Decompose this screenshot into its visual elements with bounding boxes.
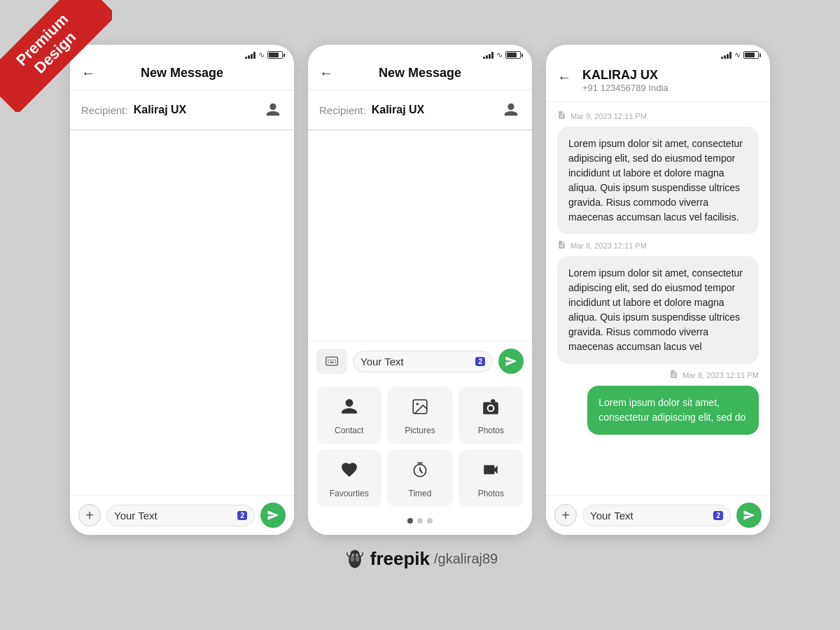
contact-icon-2[interactable]	[501, 100, 521, 120]
svg-point-9	[416, 403, 419, 405]
status-icons-3: ∿	[721, 50, 759, 59]
bar2	[724, 55, 726, 59]
footer-sub: /gkaliraj89	[434, 551, 498, 567]
svg-rect-2	[330, 360, 332, 361]
svg-point-15	[356, 554, 358, 556]
timed-attach-label: Timed	[409, 489, 432, 498]
attachment-pictures[interactable]: Pictures	[387, 386, 452, 444]
svg-rect-7	[335, 362, 336, 363]
back-button-2[interactable]: ←	[319, 65, 333, 81]
dot-1	[407, 518, 413, 524]
pictures-attach-icon	[411, 398, 429, 420]
svg-point-14	[351, 554, 354, 556]
wifi-icon-2: ∿	[496, 50, 503, 59]
bar1	[245, 57, 247, 59]
status-icons-2: ∿	[483, 50, 521, 59]
recipient-name-2: Kaliraj UX	[372, 104, 496, 116]
plus-button-1[interactable]: +	[78, 504, 101, 526]
back-button-3[interactable]: ←	[557, 69, 571, 85]
attachment-photos[interactable]: Photos	[458, 386, 524, 444]
phone2-recipient-row: Recipient: Kaliraj UX	[308, 90, 532, 130]
wifi-icon: ∿	[258, 50, 265, 59]
phone3-title: KALIRAJ UX	[582, 68, 759, 83]
phones-container: ∿ ← New Message Recipient: Kaliraj UX +	[70, 45, 770, 535]
timed-attach-icon	[411, 461, 429, 483]
heart-attach-icon	[340, 461, 358, 483]
contact-icon-1[interactable]	[263, 100, 283, 120]
phone2-input-row: Your Text 2	[308, 341, 532, 381]
phone2-title: New Message	[339, 66, 501, 80]
battery-icon-2	[505, 51, 521, 59]
attachment-grid: Contact Pictures Photos	[316, 386, 524, 507]
attachment-favourties[interactable]: Favourties	[316, 449, 382, 507]
phone3-header: ← KALIRAJ UX +91 123456789 India	[546, 62, 770, 102]
input-wrap-3: Your Text 2	[582, 505, 731, 526]
photos-attach-icon	[482, 398, 500, 420]
timestamp-3: Mar 8, 2023 12:11 PM	[669, 370, 759, 380]
battery-icon	[267, 51, 283, 59]
bar4	[491, 52, 493, 59]
input-text-2[interactable]: Your Text	[360, 356, 472, 368]
signal-icon-3	[721, 52, 732, 59]
freepik-bee-icon	[342, 546, 368, 571]
phone3-input-bar: + Your Text 2	[546, 495, 770, 535]
send-button-1[interactable]	[260, 503, 286, 528]
timestamp-icon-3	[669, 370, 678, 380]
phone1-input-bar: + Your Text 2	[70, 495, 294, 535]
signal-icon-2	[483, 52, 493, 59]
input-wrap-2: Your Text 2	[353, 351, 493, 372]
plus-button-3[interactable]: +	[554, 504, 577, 526]
page-dots	[316, 512, 524, 529]
bubble-1: Lorem ipsum dolor sit amet, consectetur …	[557, 127, 759, 234]
svg-rect-4	[335, 360, 336, 361]
bar3	[251, 54, 253, 59]
footer-logo: freepik	[342, 546, 430, 571]
phone2-header: ← New Message	[308, 62, 532, 90]
attachment-panel: Contact Pictures Photos	[308, 381, 532, 535]
phone2-empty-area	[308, 130, 532, 341]
photos-2-attach-label: Photos	[478, 489, 504, 498]
bar2	[486, 55, 488, 59]
contact-attach-label: Contact	[335, 426, 363, 435]
phone-3: ∿ ← KALIRAJ UX +91 123456789 India Mar 9…	[546, 45, 770, 535]
input-text-3[interactable]: Your Text	[590, 510, 710, 522]
svg-point-12	[350, 556, 354, 562]
send-button-2[interactable]	[498, 349, 524, 374]
svg-rect-3	[332, 360, 334, 361]
svg-point-13	[356, 556, 359, 562]
bar1	[483, 57, 485, 59]
bubble-3-sent: Lorem ipsum dolor sit amet, consectetur …	[587, 386, 759, 435]
bar4	[729, 52, 732, 59]
status-icons-1: ∿	[245, 50, 283, 59]
phone1-content	[70, 130, 294, 495]
timestamp-text-3: Mar 8, 2023 12:11 PM	[682, 371, 759, 379]
send-button-3[interactable]	[736, 503, 762, 528]
timestamp-text-1: Mar 9, 2023 12:11 PM	[570, 112, 647, 120]
count-badge-1: 2	[237, 511, 247, 520]
timestamp-icon-1	[557, 111, 566, 121]
attachment-timed[interactable]: Timed	[387, 449, 452, 507]
pictures-attach-label: Pictures	[405, 426, 435, 435]
input-text-1[interactable]: Your Text	[114, 510, 234, 522]
keyboard-button[interactable]	[316, 349, 347, 374]
dot-2	[417, 518, 423, 524]
phone-2: ∿ ← New Message Recipient: Kaliraj UX	[308, 45, 532, 535]
attachment-video[interactable]: Photos	[458, 449, 524, 507]
phone-1: ∿ ← New Message Recipient: Kaliraj UX +	[70, 45, 294, 535]
attachment-contact[interactable]: Contact	[316, 386, 382, 444]
svg-rect-1	[328, 360, 329, 361]
battery-fill	[269, 52, 279, 57]
count-badge-3: 2	[713, 511, 723, 520]
bar2	[248, 55, 250, 59]
timestamp-text-2: Mar 8, 2023 12:11 PM	[570, 241, 647, 250]
premium-banner: PremiumDesign	[0, 0, 112, 112]
video-attach-icon	[482, 461, 500, 483]
photos-1-attach-label: Photos	[478, 426, 504, 435]
contact-attach-icon	[340, 398, 358, 420]
svg-rect-0	[326, 357, 338, 365]
bar1	[721, 57, 723, 59]
phone3-messages: Mar 9, 2023 12:11 PM Lorem ipsum dolor s…	[546, 102, 770, 495]
timestamp-2: Mar 8, 2023 12:11 PM	[557, 240, 647, 251]
bar3	[489, 54, 491, 59]
timestamp-1: Mar 9, 2023 12:11 PM	[557, 111, 647, 121]
